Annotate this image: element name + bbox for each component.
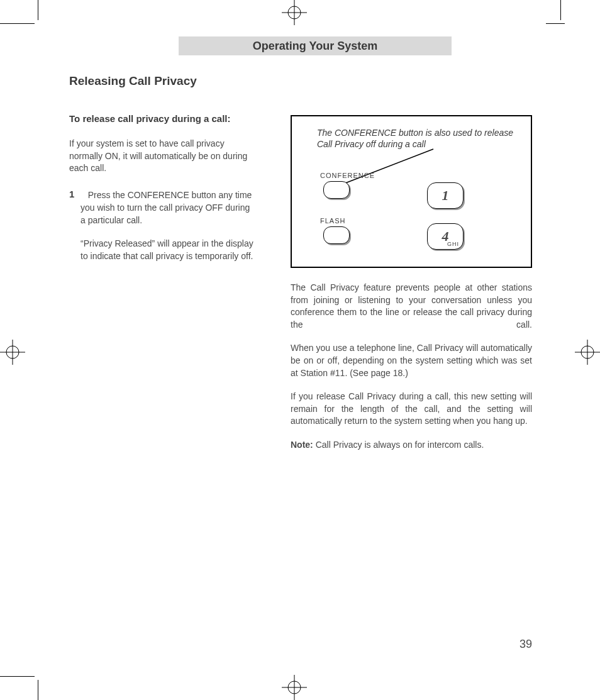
registration-mark-icon <box>282 0 307 25</box>
keypad-4-sublabel: GHI <box>447 241 459 247</box>
keypad-1-label: 1 <box>442 187 449 204</box>
crop-mark <box>546 23 565 24</box>
step-followup: “Privacy Released” will appear in the di… <box>69 238 253 262</box>
crop-mark <box>38 680 38 700</box>
subheading: To release call privacy during a call: <box>69 112 253 125</box>
crop-mark <box>0 676 35 677</box>
paragraph-2: When you use a telephone line, Call Priv… <box>291 342 532 379</box>
manual-page: Operating Your System Releasing Call Pri… <box>0 0 600 700</box>
step-number: 1 <box>69 189 74 199</box>
conference-label: CONFERENCE <box>320 172 375 179</box>
page-title: Releasing Call Privacy <box>69 74 197 88</box>
crop-mark <box>38 0 38 20</box>
crop-mark <box>0 23 35 24</box>
intro-paragraph: If your system is set to have call priva… <box>69 138 253 175</box>
keypad-4-icon: 4 GHI <box>427 223 464 250</box>
right-column: The Call Privacy feature prevents people… <box>291 282 532 463</box>
registration-mark-icon <box>575 340 600 365</box>
svg-line-12 <box>339 149 433 186</box>
paragraph-1: The Call Privacy feature prevents people… <box>291 282 532 331</box>
button-diagram: The CONFERENCE button is also used to re… <box>291 115 532 268</box>
note-paragraph: Note: Call Privacy is always on for inte… <box>291 439 532 452</box>
conference-button-icon <box>323 181 350 199</box>
step-text-firstline <box>77 189 79 199</box>
page-number: 39 <box>519 638 532 651</box>
flash-button-icon <box>323 226 350 244</box>
keypad-1-icon: 1 <box>427 182 464 209</box>
registration-mark-icon <box>282 675 307 700</box>
note-label: Note: <box>291 440 313 450</box>
step-1: 1 1 Press the CONFERENCE button any time… <box>69 187 253 263</box>
flash-label: FLASH <box>320 217 345 225</box>
note-text: Call Privacy is always on for intercom c… <box>313 440 484 450</box>
section-title: Operating Your System <box>253 40 377 53</box>
step-text: Press the CONFERENCE button any time you… <box>81 190 252 225</box>
crop-mark <box>560 0 561 20</box>
left-column: To release call privacy during a call: I… <box>69 112 253 262</box>
section-header: Operating Your System <box>179 36 452 55</box>
registration-mark-icon <box>0 340 25 365</box>
paragraph-3: If you release Call Privacy during a cal… <box>291 391 532 428</box>
